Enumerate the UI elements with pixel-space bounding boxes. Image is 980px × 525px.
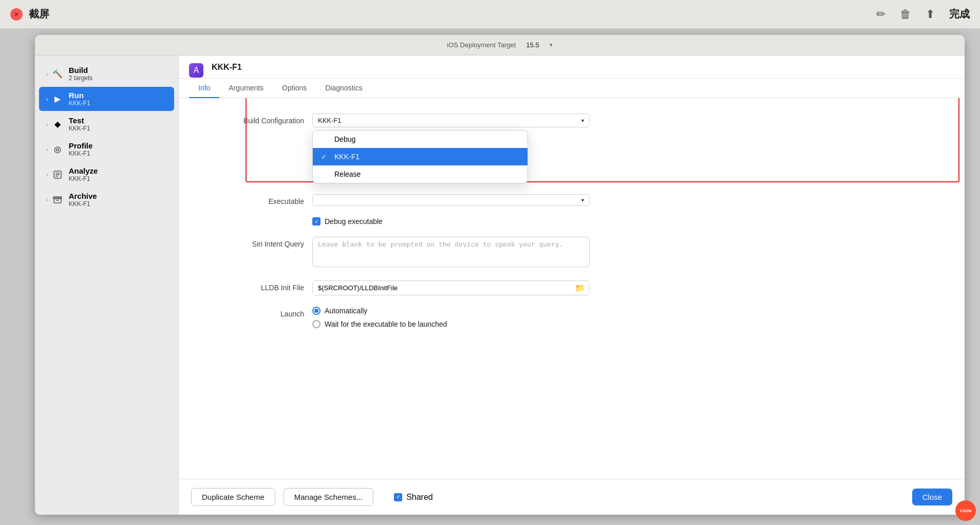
- done-button[interactable]: 完成: [949, 7, 970, 21]
- dropdown-chevron-icon: ▾: [581, 197, 584, 203]
- lldb-input[interactable]: [313, 281, 575, 295]
- siri-query-input[interactable]: [312, 237, 590, 267]
- panel-title: KKK-F1: [212, 63, 242, 78]
- deployment-chevron-icon[interactable]: ▾: [550, 42, 553, 48]
- archive-icon: [51, 194, 64, 206]
- launch-wait-option[interactable]: Wait for the executable to be launched: [312, 320, 590, 328]
- check-icon: ✓: [321, 153, 329, 161]
- sidebar-item-test[interactable]: › ◆ Test KKK-F1: [39, 112, 174, 136]
- sidebar-item-test-name: Test: [69, 116, 90, 125]
- top-bar: ✕ 截屏 ✏ 🗑 ⬆ 完成: [0, 0, 980, 29]
- trash-icon[interactable]: 🗑: [900, 8, 911, 21]
- sidebar-item-build[interactable]: › 🔨 Build 2 targets: [39, 62, 174, 86]
- build-config-dropdown[interactable]: KKK-F1 ▾: [312, 114, 590, 127]
- duplicate-scheme-button[interactable]: Duplicate Scheme: [191, 488, 275, 506]
- dropdown-item-kkkf1-label: KKK-F1: [334, 153, 360, 161]
- sidebar-item-analyze-name: Analyze: [69, 166, 98, 175]
- debug-executable-row: ✓ Debug executable: [199, 217, 944, 226]
- close-button[interactable]: Close: [912, 489, 952, 505]
- dropdown-chevron-icon: ▾: [581, 118, 584, 123]
- sidebar-item-run-name: Run: [69, 91, 90, 100]
- sidebar-item-analyze-sub: KKK-F1: [69, 175, 98, 182]
- executable-dropdown[interactable]: ▾: [312, 194, 590, 206]
- sidebar-item-profile[interactable]: › ◎ Profile KKK-F1: [39, 137, 174, 161]
- siri-query-label: Siri Intent Query: [199, 237, 312, 248]
- build-config-selected: KKK-F1: [318, 117, 577, 124]
- content-area: › 🔨 Build 2 targets › ▶ Run KKK-F1 › ◆: [35, 55, 965, 515]
- lldb-input-wrapper: 📁: [312, 280, 590, 295]
- deployment-bar: iOS Deployment Target 15.5 ▾: [35, 35, 965, 55]
- launch-radio-group: Automatically Wait for the executable to…: [312, 307, 590, 328]
- build-config-control: KKK-F1 ▾ Debug ✓ KKK-F1: [312, 114, 590, 127]
- siri-query-row: Siri Intent Query: [199, 237, 944, 269]
- sidebar-item-run-sub: KKK-F1: [69, 100, 90, 107]
- app-icon: A: [189, 63, 203, 78]
- window-close-button[interactable]: ✕: [10, 8, 23, 21]
- sidebar-item-run[interactable]: › ▶ Run KKK-F1: [39, 87, 174, 111]
- debug-executable-checkbox-row: ✓ Debug executable: [312, 217, 590, 226]
- dropdown-item-debug[interactable]: Debug: [313, 130, 527, 148]
- folder-icon[interactable]: 📁: [575, 283, 585, 293]
- sidebar-item-profile-name: Profile: [69, 141, 93, 150]
- tab-diagnostics[interactable]: Diagnostics: [316, 79, 371, 98]
- radio-wait-circle: [312, 320, 321, 328]
- executable-label: Executable: [199, 194, 312, 205]
- chevron-icon: ›: [46, 121, 48, 127]
- sidebar-item-archive[interactable]: › Archive KKK-F1: [39, 188, 174, 212]
- sidebar-item-test-sub: KKK-F1: [69, 125, 90, 132]
- shared-checkbox[interactable]: ✓: [394, 493, 402, 501]
- executable-control: ▾: [312, 194, 590, 206]
- launch-label: Launch: [199, 307, 312, 318]
- launch-control: Automatically Wait for the executable to…: [312, 307, 590, 328]
- lldb-label: LLDB Init File: [199, 280, 312, 292]
- csdn-watermark: CSDN: [955, 500, 976, 521]
- debug-executable-label: Debug executable: [325, 217, 383, 226]
- chevron-icon: ›: [46, 71, 48, 77]
- tab-arguments[interactable]: Arguments: [219, 79, 273, 98]
- dropdown-item-release-label: Release: [334, 170, 361, 178]
- sidebar-item-build-name: Build: [69, 66, 93, 74]
- shared-section: ✓ Shared: [394, 493, 433, 502]
- analyze-icon: [51, 168, 64, 181]
- share-icon[interactable]: ⬆: [926, 8, 935, 21]
- build-icon: 🔨: [51, 68, 64, 80]
- build-config-dropdown-menu: Debug ✓ KKK-F1 Release: [312, 130, 528, 183]
- tabs-bar: Info Arguments Options Diagnostics: [179, 79, 965, 98]
- form-area: Build Configuration KKK-F1 ▾ Debug: [179, 98, 965, 479]
- sidebar-item-profile-sub: KKK-F1: [69, 150, 93, 157]
- chevron-icon: ›: [46, 96, 48, 102]
- chevron-icon: ›: [46, 197, 48, 203]
- executable-row: Executable ▾: [199, 194, 944, 206]
- chevron-icon: ›: [46, 172, 48, 178]
- panel-header: A KKK-F1: [179, 55, 965, 79]
- siri-query-control: [312, 237, 590, 269]
- launch-row: Launch Automatically Wait for: [199, 307, 944, 328]
- dropdown-item-release[interactable]: Release: [313, 165, 527, 183]
- sidebar-item-archive-name: Archive: [69, 192, 97, 200]
- lldb-control: 📁: [312, 280, 590, 295]
- launch-wait-label: Wait for the executable to be launched: [325, 320, 447, 328]
- shared-label: Shared: [406, 493, 433, 502]
- top-bar-title: 截屏: [29, 7, 49, 21]
- radio-auto-inner: [314, 309, 318, 313]
- profile-icon: ◎: [51, 143, 64, 156]
- build-config-row: Build Configuration KKK-F1 ▾ Debug: [199, 114, 944, 127]
- pencil-icon[interactable]: ✏: [876, 8, 885, 21]
- launch-auto-option[interactable]: Automatically: [312, 307, 590, 315]
- chevron-icon: ›: [46, 146, 48, 153]
- sidebar-item-build-sub: 2 targets: [69, 74, 93, 82]
- manage-schemes-button[interactable]: Manage Schemes...: [284, 488, 373, 506]
- top-bar-actions: ✏ 🗑 ⬆ 完成: [876, 7, 970, 21]
- sidebar-item-analyze[interactable]: › Analyze KKK-F1: [39, 162, 174, 186]
- bottom-bar: Duplicate Scheme Manage Schemes... ✓ Sha…: [179, 479, 965, 515]
- radio-auto-circle: [312, 307, 321, 315]
- tab-info[interactable]: Info: [189, 79, 219, 98]
- deployment-label: iOS Deployment Target: [447, 41, 516, 49]
- tab-options[interactable]: Options: [273, 79, 316, 98]
- debug-executable-checkbox[interactable]: ✓: [312, 217, 321, 226]
- deployment-value: 15.5: [526, 41, 539, 49]
- sidebar: › 🔨 Build 2 targets › ▶ Run KKK-F1 › ◆: [35, 55, 179, 515]
- main-panel: A KKK-F1 Info Arguments Options Diagnost…: [179, 55, 965, 515]
- dropdown-item-kkkf1[interactable]: ✓ KKK-F1: [313, 148, 527, 165]
- launch-auto-label: Automatically: [325, 307, 367, 315]
